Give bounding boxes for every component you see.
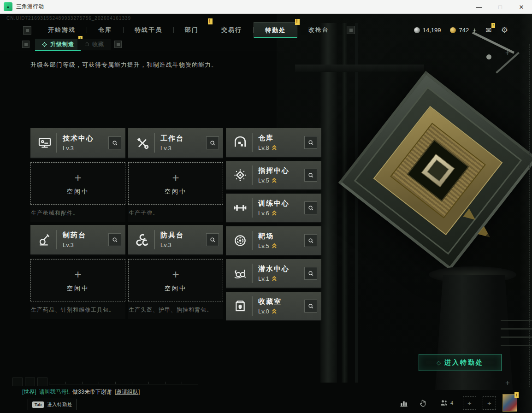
slot-hint: 生产枪械和配件。 xyxy=(31,209,79,217)
collection-room-icon xyxy=(230,299,251,313)
inspect-button[interactable] xyxy=(304,169,317,182)
facility-card-training-center[interactable]: 训练中心 Lv.6 xyxy=(226,194,321,223)
enter-special-ops-button[interactable]: ◇ 进入特勤处 xyxy=(419,354,502,371)
armor-bench-icon xyxy=(132,232,153,247)
production-slot[interactable]: + 空闲中 生产药品、针剂和维修工具包。 xyxy=(30,258,125,319)
slot-hint: 生产药品、针剂和维修工具包。 xyxy=(31,306,115,314)
chat-sender[interactable]: 请叫我马哥!. xyxy=(39,388,70,396)
invite-team-link[interactable]: [邀请组队] xyxy=(115,388,140,396)
tab-operators[interactable]: 特战干员 xyxy=(124,22,173,38)
divider xyxy=(252,264,253,283)
facility-card-diving-center[interactable]: 潜水中心 Lv.1 xyxy=(226,259,321,289)
empty-slot-box[interactable]: + 空闲中 xyxy=(30,162,125,205)
upgrade-available-icon xyxy=(272,145,277,151)
maximize-button[interactable]: □ xyxy=(490,0,511,14)
production-slot[interactable]: + 空闲中 生产头盔、护甲、胸挂和背包。 xyxy=(128,258,223,319)
stats-button[interactable] xyxy=(397,396,410,409)
enter-button-label: 进入特勤处 xyxy=(444,359,484,367)
inspect-button[interactable] xyxy=(108,233,121,246)
inspect-button[interactable] xyxy=(304,201,317,214)
divider xyxy=(56,133,57,153)
inspect-button[interactable] xyxy=(304,300,317,313)
hand-icon xyxy=(419,399,428,407)
upgrade-available-icon xyxy=(272,210,277,216)
inspect-button[interactable] xyxy=(304,136,317,149)
facility-level: Lv.6 xyxy=(258,210,269,217)
background-beam xyxy=(342,23,348,383)
production-slot[interactable]: + 空闲中 生产子弹。 xyxy=(128,161,223,222)
inspect-button[interactable] xyxy=(108,136,121,149)
settings-button[interactable]: ⚙ xyxy=(501,25,508,35)
mail-button[interactable]: ✉ ! xyxy=(485,26,491,35)
minimize-button[interactable]: — xyxy=(468,0,490,14)
facility-name: 防具台 xyxy=(160,231,184,240)
inspect-button[interactable] xyxy=(206,233,219,246)
chat-channel-tab[interactable] xyxy=(12,378,23,386)
inspect-button[interactable] xyxy=(304,234,317,247)
edge-glow xyxy=(520,14,532,413)
close-button[interactable]: ✕ xyxy=(511,0,532,14)
event-banner-thumbnail[interactable]: ! xyxy=(502,394,517,412)
subtab-collection[interactable]: 收藏 xyxy=(77,39,111,50)
magnifier-icon xyxy=(209,236,216,243)
subnav-left-icon[interactable] xyxy=(22,41,30,48)
upgrade-available-icon xyxy=(272,308,277,314)
chat-channel-tab[interactable] xyxy=(37,378,47,386)
gold-currency[interactable]: 742 + xyxy=(450,26,476,34)
tab-departments[interactable]: 部门 ! xyxy=(174,22,210,38)
plus-icon: + xyxy=(487,399,491,407)
subtab-upgrade-craft[interactable]: 升级制造 ! xyxy=(35,39,81,51)
facility-card-workbench[interactable]: 工作台 Lv.3 xyxy=(128,128,223,159)
inspect-button[interactable] xyxy=(304,267,317,280)
divider xyxy=(252,296,253,316)
tab-start-game[interactable]: 开始游戏 xyxy=(37,22,87,38)
window-titlebar: ▲ 三角洲行动 — □ ✕ xyxy=(0,0,532,14)
facility-card-pharmacy[interactable]: 制药台 Lv.3 xyxy=(30,225,125,255)
nav-right-icon[interactable] xyxy=(347,26,355,34)
empty-shortcut-slot[interactable]: + xyxy=(463,396,476,410)
tab-special-ops[interactable]: 特勤处 ! xyxy=(254,22,297,38)
facility-card-storage[interactable]: 仓库 Lv.8 xyxy=(226,128,321,158)
production-slot[interactable]: + 空闲中 生产枪械和配件。 xyxy=(30,161,125,222)
empty-shortcut-slot[interactable]: + xyxy=(483,396,496,410)
facility-card-collection-room[interactable]: 收藏室 Lv.0 xyxy=(226,292,321,321)
plus-icon: + xyxy=(172,171,179,183)
shooting-range-icon xyxy=(230,233,251,248)
facility-name: 制药台 xyxy=(63,231,86,240)
empty-slot-box[interactable]: + 空闲中 xyxy=(128,162,223,205)
subnav-right-icon[interactable] xyxy=(114,41,122,48)
add-gold-button[interactable]: + xyxy=(473,26,476,34)
tab-trading[interactable]: 交易行 xyxy=(210,22,253,38)
chat-channel-tab[interactable] xyxy=(25,378,35,386)
tab-shortcut-button[interactable]: Tab 进入特勤处 xyxy=(28,399,77,410)
workbench-icon xyxy=(132,136,153,150)
chat-ruler xyxy=(49,382,198,384)
tab-gunsmith[interactable]: 改枪台 xyxy=(297,22,340,38)
divider xyxy=(252,165,253,185)
silver-currency[interactable]: 14,199 xyxy=(414,27,441,34)
facility-card-armor-bench[interactable]: 防具台 Lv.3 xyxy=(128,225,223,255)
facility-card-tech-center[interactable]: 技术中心 Lv.3 xyxy=(30,128,125,159)
background-beam xyxy=(320,23,337,383)
facility-card-shooting-range[interactable]: 靶场 Lv.5 xyxy=(226,226,321,256)
gold-amount: 742 xyxy=(459,27,469,34)
magnifier-icon xyxy=(307,172,314,179)
subtab-label: 升级制造 xyxy=(50,41,74,48)
plus-icon: + xyxy=(74,171,81,183)
facility-name: 仓库 xyxy=(258,134,277,142)
gesture-button[interactable] xyxy=(417,396,430,409)
empty-slot-box[interactable]: + 空闲中 xyxy=(128,259,223,301)
tab-warehouse[interactable]: 仓库 xyxy=(87,22,123,38)
divider xyxy=(252,231,253,250)
upgrade-available-icon xyxy=(272,276,277,282)
nav-left-icon[interactable] xyxy=(23,26,31,35)
facility-name: 指挥中心 xyxy=(258,166,290,175)
inspect-button[interactable] xyxy=(206,136,219,149)
diamond-icon: ◇ xyxy=(437,360,441,366)
social-button[interactable]: 4 xyxy=(436,396,456,409)
facility-card-command-center[interactable]: 指挥中心 Lv.5 xyxy=(226,161,321,190)
main-navbar: 开始游戏 仓库 特战干员 部门 ! 交易行 特勤处 ! 改枪台 14,199 7… xyxy=(0,22,532,38)
tab-label: 特勤处 xyxy=(265,26,286,35)
magnifier-icon xyxy=(307,139,314,146)
empty-slot-box[interactable]: + 空闲中 xyxy=(30,259,125,301)
